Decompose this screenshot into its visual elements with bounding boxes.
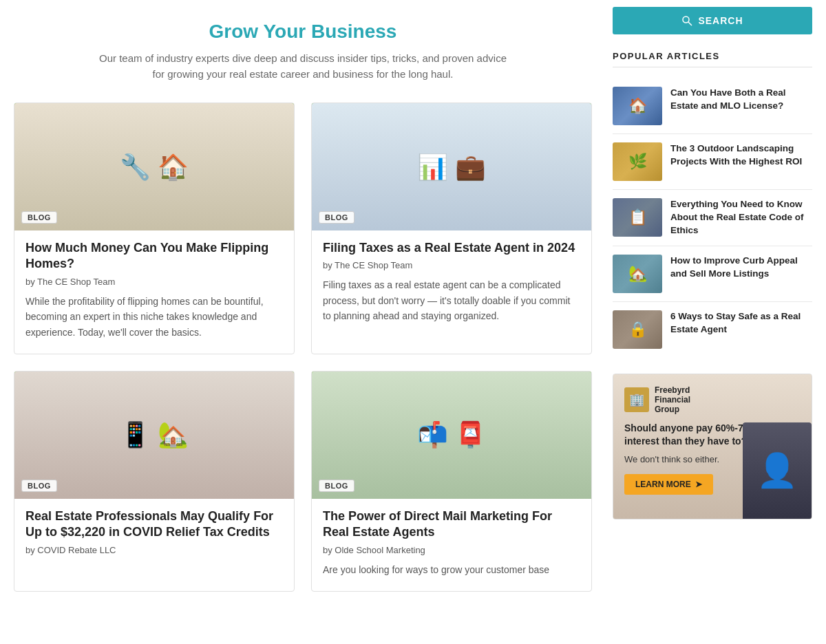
article-badge: BLOG: [21, 211, 57, 224]
thumb-icon: 🌿: [613, 142, 662, 181]
popular-article-item[interactable]: 📋 Everything You Need to Know About the …: [613, 190, 812, 246]
popular-articles-list: 🏠 Can You Have Both a Real Estate and ML…: [613, 78, 812, 357]
popular-article-title: The 3 Outdoor Landscaping Projects With …: [670, 142, 812, 169]
search-button[interactable]: SEARCH: [613, 7, 812, 34]
article-badge: BLOG: [21, 480, 57, 492]
popular-article-title: Can You Have Both a Real Estate and MLO …: [670, 87, 812, 113]
popular-article-item[interactable]: 🌿 The 3 Outdoor Landscaping Projects Wit…: [613, 134, 812, 190]
article-author: by The CE Shop Team: [25, 277, 283, 287]
search-icon: [681, 15, 692, 26]
article-excerpt: Filing taxes as a real estate agent can …: [323, 277, 580, 323]
popular-article-thumb: 🔒: [613, 310, 662, 349]
popular-articles-title: POPULAR ARTICLES: [613, 51, 812, 67]
article-body: Real Estate Professionals May Qualify Fo…: [14, 499, 294, 576]
ad-logo-icon: 🏢: [624, 387, 649, 412]
article-author: by COVID Rebate LLC: [25, 545, 283, 555]
article-card[interactable]: BLOG Real Estate Professionals May Quali…: [14, 371, 295, 592]
popular-article-title: How to Improve Curb Appeal and Sell More…: [670, 255, 812, 281]
thumb-icon: 📋: [613, 198, 662, 237]
thumb-icon: 🏡: [613, 255, 662, 293]
article-author: by Olde School Marketing: [323, 545, 580, 555]
ad-arrow-icon: ➤: [695, 480, 702, 489]
svg-line-1: [688, 22, 692, 25]
ad-logo-text: Freebyrd Financial Group: [655, 385, 690, 415]
search-label: SEARCH: [698, 15, 743, 26]
article-badge: BLOG: [319, 211, 354, 224]
page-subtitle: Our team of industry experts dive deep a…: [96, 51, 509, 82]
popular-article-item[interactable]: 🏠 Can You Have Both a Real Estate and ML…: [613, 78, 812, 134]
popular-article-title: 6 Ways to Stay Safe as a Real Estate Age…: [670, 310, 812, 336]
article-title: Filing Taxes as a Real Estate Agent in 2…: [323, 240, 580, 256]
main-content: Grow Your Business Our team of industry …: [14, 7, 613, 592]
thumb-icon: 🏠: [613, 87, 662, 125]
thumb-icon: 🔒: [613, 310, 662, 349]
popular-article-thumb: 🌿: [613, 142, 662, 181]
ad-person-image: 👤: [743, 422, 812, 519]
ad-cta-label: LEARN MORE: [635, 480, 691, 489]
article-body: Filing Taxes as a Real Estate Agent in 2…: [312, 230, 591, 338]
page-title: Grow Your Business: [14, 21, 592, 43]
article-title: Real Estate Professionals May Qualify Fo…: [25, 508, 283, 541]
article-image: BLOG: [14, 372, 294, 499]
article-image: BLOG: [312, 372, 591, 499]
article-badge: BLOG: [319, 480, 354, 492]
popular-article-thumb: 🏡: [613, 255, 662, 293]
popular-article-item[interactable]: 🔒 6 Ways to Stay Safe as a Real Estate A…: [613, 302, 812, 357]
article-card[interactable]: BLOG Filing Taxes as a Real Estate Agent…: [311, 103, 592, 354]
article-body: The Power of Direct Mail Marketing For R…: [312, 499, 591, 591]
article-title: How Much Money Can You Make Flipping Hom…: [25, 240, 283, 272]
popular-article-item[interactable]: 🏡 How to Improve Curb Appeal and Sell Mo…: [613, 246, 812, 302]
article-body: How Much Money Can You Make Flipping Hom…: [14, 230, 294, 354]
popular-article-title: Everything You Need to Know About the Re…: [670, 198, 812, 237]
sidebar: SEARCH POPULAR ARTICLES 🏠 Can You Have B…: [613, 7, 812, 592]
article-image: BLOG: [312, 103, 591, 230]
article-title: The Power of Direct Mail Marketing For R…: [323, 508, 580, 541]
article-card[interactable]: BLOG How Much Money Can You Make Flippin…: [14, 103, 295, 354]
ad-cta-button[interactable]: LEARN MORE ➤: [624, 474, 713, 495]
page-header: Grow Your Business Our team of industry …: [14, 7, 592, 103]
article-author: by The CE Shop Team: [323, 260, 580, 270]
ad-logo-row: 🏢 Freebyrd Financial Group: [624, 385, 690, 415]
articles-grid: BLOG How Much Money Can You Make Flippin…: [14, 103, 592, 592]
article-excerpt: While the profitability of flipping home…: [25, 294, 283, 340]
article-card[interactable]: BLOG The Power of Direct Mail Marketing …: [311, 371, 592, 592]
ad-banner: 🏢 Freebyrd Financial Group Should anyone…: [613, 374, 812, 519]
ad-subtext: We don't think so either.: [624, 454, 719, 466]
svg-point-0: [683, 17, 689, 23]
article-image: BLOG: [14, 103, 294, 230]
popular-article-thumb: 📋: [613, 198, 662, 237]
article-excerpt: Are you looking for ways to grow your cu…: [323, 562, 580, 577]
popular-article-thumb: 🏠: [613, 87, 662, 125]
